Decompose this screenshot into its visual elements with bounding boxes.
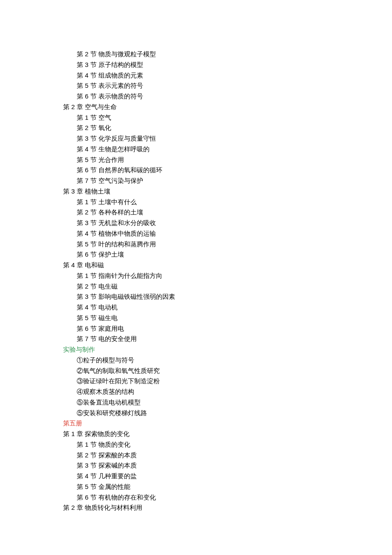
chapter-title: 第 3 章 植物土壤 — [63, 186, 392, 197]
experiment-item: ②氧气的制取和氧气性质研究 — [77, 366, 392, 376]
experiment-item: ④观察木质茎的结构 — [77, 387, 392, 397]
section-item: 第 6 节 家庭用电 — [77, 324, 392, 334]
section-item: 第 5 节 光合作用 — [77, 155, 392, 165]
section-item: 第 6 节 表示物质的符号 — [77, 91, 392, 102]
experiment-item: ①粒子的模型与符号 — [77, 355, 392, 366]
chapter-title: 第 2 章 空气与生命 — [63, 102, 392, 113]
chapter-title: 第 4 章 电和磁 — [63, 260, 392, 271]
chapter-title: 第 1 章 探索物质的变化 — [63, 429, 392, 439]
section-item: 第 2 节 各种各样的土壤 — [77, 207, 392, 218]
section-item: 第 4 节 几种重要的盐 — [77, 471, 392, 482]
section-item: 第 2 节 氧化 — [77, 123, 392, 133]
section-item: 第 2 节 物质与微观粒子模型 — [77, 49, 392, 60]
section-item: 第 3 节 探索碱的本质 — [77, 460, 392, 471]
section-item: 第 7 节 电的安全使用 — [77, 334, 392, 344]
section-item: 第 1 节 空气 — [77, 113, 392, 123]
section-item: 第 5 节 叶的结构和蒸腾作用 — [77, 239, 392, 250]
section-item: 第 1 节 指南针为什么能指方向 — [77, 271, 392, 281]
experiment-item: ③验证绿叶在阳光下制造淀粉 — [77, 376, 392, 387]
volume-header: 第五册 — [63, 418, 392, 429]
section-item: 第 4 节 组成物质的元素 — [77, 70, 392, 81]
section-item: 第 7 节 空气污染与保护 — [77, 176, 392, 186]
section-item: 第 5 节 表示元素的符号 — [77, 81, 392, 91]
section-item: 第 6 节 保护土壤 — [77, 249, 392, 260]
section-item: 第 4 节 生物是怎样呼吸的 — [77, 144, 392, 155]
experiment-item: ⑤装备直流电动机模型 — [77, 397, 392, 408]
section-item: 第 3 节 化学反应与质量守恒 — [77, 133, 392, 144]
section-item: 第 2 节 电生磁 — [77, 281, 392, 292]
section-item: 第 3 节 影响电磁铁磁性强弱的因素 — [77, 292, 392, 302]
chapter-title: 第 2 章 物质转化与材料利用 — [63, 503, 392, 513]
section-item: 第 2 节 探索酸的本质 — [77, 450, 392, 461]
experiments-header: 实验与制作 — [63, 344, 392, 355]
section-item: 第 1 节 物质的变化 — [77, 439, 392, 450]
section-item: 第 5 节 磁生电 — [77, 313, 392, 324]
section-item: 第 1 节 土壤中有什么 — [77, 197, 392, 208]
section-item: 第 3 节 原子结构的模型 — [77, 60, 392, 70]
section-item: 第 4 节 植物体中物质的运输 — [77, 228, 392, 239]
document-content: 第 2 节 物质与微观粒子模型 第 3 节 原子结构的模型 第 4 节 组成物质… — [63, 49, 392, 513]
experiment-item: ⑤安装和研究楼梯灯线路 — [77, 408, 392, 419]
section-item: 第 3 节 无机盐和水分的吸收 — [77, 218, 392, 228]
section-item: 第 4 节 电动机 — [77, 302, 392, 313]
section-item: 第 5 节 金属的性能 — [77, 482, 392, 492]
section-item: 第 6 节 自然界的氧和碳的循环 — [77, 165, 392, 176]
section-item: 第 6 节 有机物的存在和变化 — [77, 492, 392, 503]
